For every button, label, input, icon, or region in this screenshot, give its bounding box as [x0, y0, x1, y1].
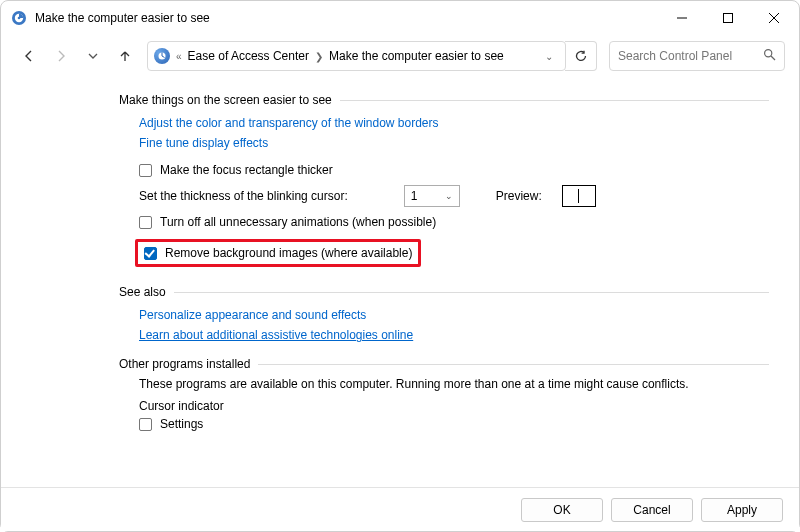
search-placeholder: Search Control Panel [618, 49, 763, 63]
cursor-preview [562, 185, 596, 207]
breadcrumb-root-chevron[interactable]: « [176, 51, 182, 62]
app-icon [11, 10, 27, 26]
window-title: Make the computer easier to see [35, 11, 659, 25]
up-button[interactable] [111, 42, 139, 70]
svg-rect-4 [724, 14, 733, 23]
thickness-value: 1 [411, 189, 418, 203]
close-button[interactable] [751, 3, 797, 33]
address-bar[interactable]: « Ease of Access Center ❯ Make the compu… [147, 41, 566, 71]
breadcrumb-item-make-easier[interactable]: Make the computer easier to see [329, 49, 504, 63]
window-root: Make the computer easier to see « [0, 0, 800, 532]
checkbox-settings[interactable] [139, 418, 152, 431]
chevron-right-icon: ❯ [315, 51, 323, 62]
thickness-select[interactable]: 1 ⌄ [404, 185, 460, 207]
address-dropdown[interactable]: ⌄ [539, 51, 559, 62]
cursor-indicator-label: Cursor indicator [139, 399, 769, 413]
section-other-programs-label: Other programs installed [119, 357, 250, 371]
other-programs-desc: These programs are available on this com… [139, 377, 769, 391]
checkbox-focus-rectangle[interactable] [139, 164, 152, 177]
section-make-easier: Make things on the screen easier to see [119, 93, 769, 107]
forward-button[interactable] [47, 42, 75, 70]
navbar: « Ease of Access Center ❯ Make the compu… [1, 35, 799, 77]
section-make-easier-label: Make things on the screen easier to see [119, 93, 332, 107]
section-see-also-label: See also [119, 285, 166, 299]
titlebar: Make the computer easier to see [1, 1, 799, 35]
link-adjust-colors[interactable]: Adjust the color and transparency of the… [139, 116, 439, 130]
highlighted-option: Remove background images (where availabl… [135, 239, 421, 267]
checkbox-turn-off-animations[interactable] [139, 216, 152, 229]
footer: OK Cancel Apply [1, 487, 799, 531]
minimize-button[interactable] [659, 3, 705, 33]
breadcrumb-item-ease-of-access[interactable]: Ease of Access Center [188, 49, 309, 63]
back-button[interactable] [15, 42, 43, 70]
recent-locations-button[interactable] [79, 42, 107, 70]
checkbox-remove-bg-images[interactable] [144, 247, 157, 260]
search-icon [763, 48, 776, 64]
thickness-label: Set the thickness of the blinking cursor… [139, 189, 348, 203]
refresh-button[interactable] [565, 41, 597, 71]
content-area: Make things on the screen easier to see … [1, 77, 799, 487]
maximize-button[interactable] [705, 3, 751, 33]
cancel-button[interactable]: Cancel [611, 498, 693, 522]
link-learn-assistive[interactable]: Learn about additional assistive technol… [139, 328, 413, 342]
preview-label: Preview: [496, 189, 542, 203]
checkbox-settings-label: Settings [160, 417, 203, 431]
link-personalize[interactable]: Personalize appearance and sound effects [139, 308, 366, 322]
search-input[interactable]: Search Control Panel [609, 41, 785, 71]
ok-button[interactable]: OK [521, 498, 603, 522]
apply-button[interactable]: Apply [701, 498, 783, 522]
svg-point-8 [765, 50, 772, 57]
control-panel-icon [154, 48, 170, 64]
svg-point-2 [18, 17, 21, 20]
checkbox-focus-rectangle-label: Make the focus rectangle thicker [160, 163, 333, 177]
section-other-programs: Other programs installed [119, 357, 769, 371]
svg-line-9 [771, 56, 775, 60]
section-see-also: See also [119, 285, 769, 299]
link-fine-tune-display[interactable]: Fine tune display effects [139, 136, 268, 150]
checkbox-remove-bg-images-label: Remove background images (where availabl… [165, 246, 412, 260]
chevron-down-icon: ⌄ [445, 191, 453, 201]
checkbox-turn-off-animations-label: Turn off all unnecessary animations (whe… [160, 215, 436, 229]
